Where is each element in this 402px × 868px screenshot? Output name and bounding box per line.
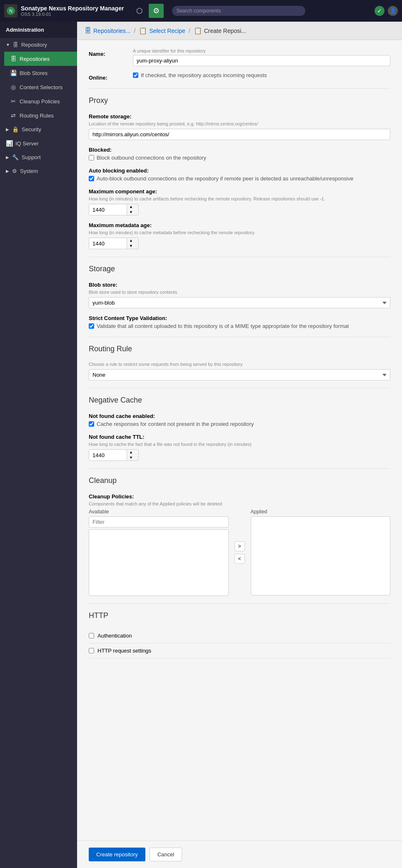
sidebar-item-security[interactable]: ▶ 🔒 Security <box>0 123 77 136</box>
form-content: Name: A unique identifier for this repos… <box>77 40 402 840</box>
user-avatar: 👤 <box>388 6 398 16</box>
blob-store-label: Blob store: <box>89 282 390 288</box>
cleanup-filter-input[interactable] <box>89 516 229 528</box>
routing-rule-help: Choose a rule to restrict some requests … <box>89 362 390 367</box>
nav-box-button[interactable]: ⬡ <box>132 4 147 18</box>
remote-storage-input[interactable] <box>89 129 390 140</box>
name-input[interactable] <box>133 55 390 66</box>
search-input[interactable] <box>172 6 305 16</box>
breadcrumb-repositories[interactable]: 🗄 Repositories... <box>85 27 130 35</box>
app-name: Sonatype Nexus Repository Manager <box>21 5 124 12</box>
sidebar-item-repositories[interactable]: 🗄 Repositories <box>4 52 77 66</box>
strict-content-checkbox[interactable] <box>89 323 94 329</box>
spin-up[interactable]: ▲ <box>127 238 135 243</box>
select-recipe-breadcrumb-icon: 📋 <box>139 27 147 35</box>
online-field-row: Online: If checked, the repository accep… <box>89 72 390 81</box>
sidebar-item-content-selectors[interactable]: ◎ Content Selectors <box>4 80 77 94</box>
sidebar-item-label: Blob Stores <box>20 70 47 76</box>
blob-store-select[interactable]: yum-blob <box>89 297 390 308</box>
create-repo-breadcrumb-icon: 📋 <box>194 27 202 35</box>
spin-down[interactable]: ▼ <box>127 243 135 249</box>
auto-blocking-checkbox[interactable] <box>89 176 94 181</box>
sidebar-item-support[interactable]: ▶ 🔧 Support <box>0 150 77 164</box>
breadcrumb-label: Select Recipe <box>149 28 185 34</box>
sidebar-item-label: IQ Server <box>15 140 39 147</box>
breadcrumb-select-recipe[interactable]: 📋 Select Recipe <box>139 27 185 35</box>
create-repository-button[interactable]: Create repository <box>89 848 145 861</box>
blocked-help: Block outbound connections on the reposi… <box>97 155 206 161</box>
storage-section-title: Storage <box>89 265 390 276</box>
available-label: Available <box>89 509 229 515</box>
routing-rules-icon: ⇄ <box>10 112 17 119</box>
topbar: N Sonatype Nexus Repository Manager OSS … <box>0 0 402 22</box>
strict-content-help: Validate that all content uploaded to th… <box>97 323 349 329</box>
online-label: Online: <box>89 72 126 81</box>
sidebar-item-repository[interactable]: ▼ 🗄 Repository <box>0 38 77 52</box>
sidebar-item-system[interactable]: ▶ ⚙ System <box>0 164 77 178</box>
max-metadata-age-input[interactable] <box>89 238 127 249</box>
routing-rule-select[interactable]: None <box>89 369 390 380</box>
not-found-ttl-help: How long to cache the fact that a file w… <box>89 442 390 447</box>
not-found-enabled-checkbox-row: Cache responses for content not present … <box>89 421 390 427</box>
cancel-button[interactable]: Cancel <box>150 848 182 861</box>
breadcrumb-create-repo[interactable]: 📋 Create Reposi... <box>194 27 246 35</box>
repository-icon: 🗄 <box>13 42 18 48</box>
applied-list <box>251 516 391 595</box>
spin-down[interactable]: ▼ <box>127 210 135 215</box>
not-found-enabled-checkbox[interactable] <box>89 421 94 427</box>
divider-3 <box>89 337 390 337</box>
auto-blocking-checkbox-row: Auto-block outbound connections on the r… <box>89 175 390 182</box>
blob-stores-icon: 💾 <box>10 70 17 76</box>
spin-down[interactable]: ▼ <box>127 455 135 460</box>
auto-blocking-help: Auto-block outbound connections on the r… <box>97 175 353 182</box>
sidebar-header: Administration <box>0 22 77 38</box>
negative-cache-section: Negative Cache Not found cache enabled: … <box>89 396 390 461</box>
chevron-right-icon: ▶ <box>6 155 9 160</box>
sidebar-item-iq-server[interactable]: 📊 IQ Server <box>0 136 77 150</box>
authentication-label: Authentication <box>97 633 132 639</box>
blocked-checkbox[interactable] <box>89 155 94 160</box>
routing-rule-section: Routing Rule Choose a rule to restrict s… <box>89 345 390 380</box>
sidebar-item-label: System <box>20 168 38 174</box>
breadcrumb-label: Create Reposi... <box>204 28 246 34</box>
sidebar-item-blob-stores[interactable]: 💾 Blob Stores <box>4 66 77 80</box>
sidebar-item-routing-rules[interactable]: ⇄ Routing Rules <box>4 108 77 123</box>
move-left-button[interactable]: < <box>235 554 245 564</box>
not-found-enabled-subsection: Not found cache enabled: Cache responses… <box>89 413 390 427</box>
authentication-checkbox[interactable] <box>89 633 94 638</box>
routing-rule-subsection: Choose a rule to restrict some requests … <box>89 362 390 380</box>
divider-5 <box>89 468 390 469</box>
name-field-row: Name: A unique identifier for this repos… <box>89 48 390 66</box>
max-metadata-age-label: Maximum metadata age: <box>89 222 390 228</box>
max-component-age-input[interactable] <box>89 205 127 215</box>
sidebar: Administration ▼ 🗄 Repository 🗄 Reposito… <box>0 22 77 868</box>
divider-2 <box>89 257 390 257</box>
svg-text:N: N <box>9 9 12 13</box>
available-panel: Available <box>89 509 229 596</box>
app-logo: N Sonatype Nexus Repository Manager OSS … <box>4 4 124 18</box>
routing-rule-section-title: Routing Rule <box>89 345 390 356</box>
nav-gear-button[interactable]: ⚙ <box>149 4 164 18</box>
move-right-button[interactable]: > <box>235 541 245 551</box>
applied-panel: Applied <box>251 509 391 595</box>
sidebar-item-cleanup-policies[interactable]: ✂ Cleanup Policies <box>4 94 77 108</box>
security-icon: 🔒 <box>12 126 19 133</box>
spin-up[interactable]: ▲ <box>127 450 135 455</box>
content-selectors-icon: ◎ <box>10 84 17 90</box>
iq-server-icon: 📊 <box>6 140 12 147</box>
online-checkbox[interactable] <box>133 73 138 78</box>
cleanup-policies-subsection: Cleanup Policies: Components that match … <box>89 493 390 596</box>
http-request-checkbox[interactable] <box>89 648 94 653</box>
max-metadata-age-spinners: ▲ ▼ <box>127 238 135 249</box>
sidebar-section: ▼ 🗄 Repository 🗄 Repositories 💾 Blob Sto… <box>0 38 77 178</box>
cleanup-section-title: Cleanup <box>89 476 390 488</box>
not-found-ttl-input[interactable] <box>89 450 127 460</box>
sidebar-item-label: Content Selectors <box>20 84 62 90</box>
topbar-nav: ⬡ ⚙ <box>132 4 164 18</box>
strict-content-label: Strict Content Type Validation: <box>89 315 390 321</box>
sidebar-item-label: Repositories <box>20 56 50 62</box>
cleanup-policies-label: Cleanup Policies: <box>89 493 390 500</box>
strict-content-checkbox-row: Validate that all content uploaded to th… <box>89 323 390 329</box>
name-help: A unique identifier for this repository <box>133 48 390 53</box>
spin-up[interactable]: ▲ <box>127 204 135 210</box>
